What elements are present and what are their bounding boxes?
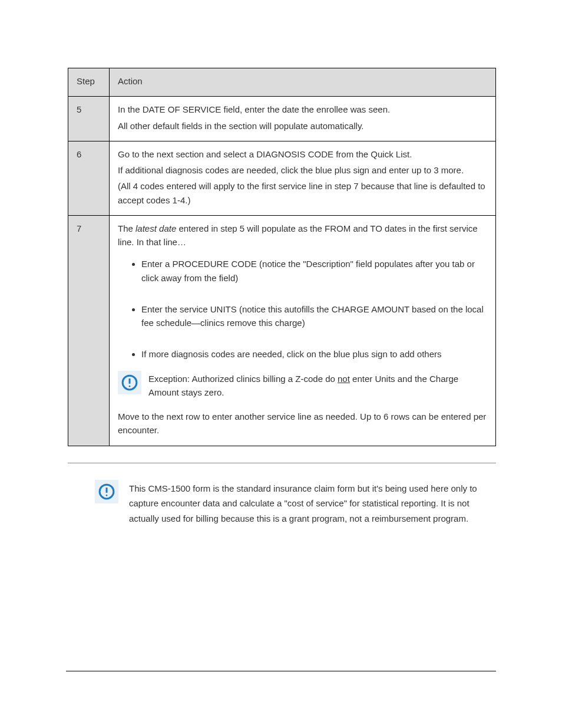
note-block: Exception: Authorized clinics billing a … bbox=[118, 371, 487, 400]
step-text: If additional diagnosis codes are needed… bbox=[118, 163, 487, 177]
steps-table: Step Action 5 In the DATE OF SERVICE fie… bbox=[68, 68, 496, 446]
text-fragment: The bbox=[118, 223, 135, 233]
svg-point-5 bbox=[106, 494, 108, 496]
text-fragment: Exception: Authorized clinics billing a … bbox=[148, 374, 338, 384]
step-text: In the DATE OF SERVICE field, enter the … bbox=[118, 103, 487, 116]
step-text: Go to the next section and select a DIAG… bbox=[118, 147, 487, 161]
footer-divider bbox=[66, 671, 496, 671]
table-row: 6 Go to the next section and select a DI… bbox=[68, 141, 496, 215]
divider bbox=[68, 463, 496, 463]
svg-point-2 bbox=[129, 385, 131, 387]
step-text: (All 4 codes entered will apply to the f… bbox=[118, 179, 487, 207]
page-note: This CMS-1500 form is the standard insur… bbox=[68, 480, 496, 526]
step-action: In the DATE OF SERVICE field, enter the … bbox=[110, 97, 496, 141]
step-number: 6 bbox=[68, 141, 110, 215]
table-row: 5 In the DATE OF SERVICE field, enter th… bbox=[68, 97, 496, 141]
step-text: Move to the next row to enter another se… bbox=[118, 410, 487, 437]
alert-circle-icon bbox=[95, 480, 118, 503]
col-step-header: Step bbox=[68, 68, 110, 97]
step-action: The latest date entered in step 5 will p… bbox=[110, 215, 496, 446]
note-text: Exception: Authorized clinics billing a … bbox=[148, 371, 487, 400]
step-text: The latest date entered in step 5 will p… bbox=[118, 222, 487, 249]
step-action: Go to the next section and select a DIAG… bbox=[110, 141, 496, 215]
note-text: This CMS-1500 form is the standard insur… bbox=[129, 480, 491, 526]
step-number: 5 bbox=[68, 97, 110, 141]
col-action-header: Action bbox=[110, 68, 496, 97]
list-item: Enter the service UNITS (notice this aut… bbox=[141, 302, 487, 330]
step-number: 7 bbox=[68, 215, 110, 446]
underline-text: not bbox=[338, 374, 350, 384]
step-text: All other default fields in the section … bbox=[118, 119, 487, 133]
list-item: Enter a PROCEDURE CODE (notice the "Desc… bbox=[141, 257, 487, 285]
italic-text: latest date bbox=[135, 223, 176, 233]
alert-circle-icon bbox=[118, 371, 141, 394]
table-row: 7 The latest date entered in step 5 will… bbox=[68, 215, 496, 446]
bullet-list: Enter a PROCEDURE CODE (notice the "Desc… bbox=[118, 257, 487, 361]
list-item: If more diagnosis codes are needed, clic… bbox=[141, 347, 487, 361]
